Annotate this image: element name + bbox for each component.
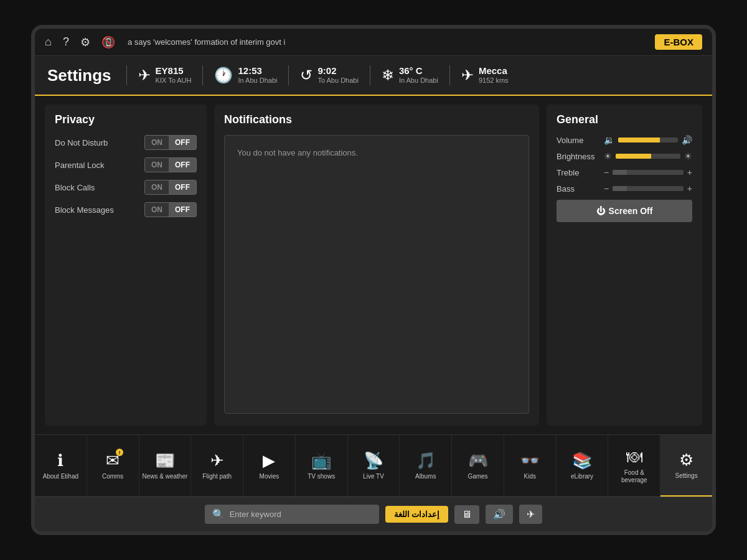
destination-label: 9152 kms — [479, 77, 509, 85]
search-input-wrap[interactable]: 🔍 Enter keyword — [205, 505, 379, 524]
home-icon[interactable]: ⌂ — [45, 35, 52, 49]
display-settings-button[interactable]: 🖥 — [454, 505, 479, 524]
nav-movies[interactable]: ▶ Movies — [243, 435, 296, 497]
temperature-label: In Abu Dhabi — [399, 77, 438, 85]
notifications-panel: Notifications You do not have any notifi… — [214, 105, 539, 426]
volume-up-icon[interactable]: 🔊 — [682, 135, 692, 145]
block-messages-toggle[interactable]: ON OFF — [144, 202, 197, 217]
albums-icon: 🎵 — [416, 451, 436, 470]
do-not-disturb-toggle[interactable]: ON OFF — [144, 135, 197, 150]
phone-icon[interactable]: 📵 — [101, 35, 115, 49]
do-not-disturb-label: Do Not Disturb — [55, 138, 108, 147]
help-icon[interactable]: ? — [63, 35, 69, 49]
block-messages-off[interactable]: OFF — [169, 203, 196, 217]
nav-about-etihad[interactable]: ℹ About Etihad — [35, 435, 87, 497]
destination-icon: ✈ — [461, 67, 474, 84]
parental-lock-toggle[interactable]: ON OFF — [144, 157, 197, 172]
ebox-badge: E-BOX — [655, 34, 702, 50]
plane-icon: ✈ — [138, 67, 151, 84]
treble-slider[interactable] — [613, 170, 684, 175]
general-title: General — [557, 113, 692, 126]
status-bar: Settings ✈ EY815 KIX To AUH 🕐 12:53 In A… — [35, 56, 712, 96]
language-settings-button[interactable]: إعدادات اللغة — [385, 506, 449, 523]
nav-games[interactable]: 🎮 Games — [452, 435, 504, 497]
screen-off-button[interactable]: ⏻ Screen Off — [557, 200, 692, 222]
notifications-inner: Notifications You do not have any notifi… — [224, 113, 529, 417]
treble-plus-icon[interactable]: + — [687, 167, 692, 177]
elibrary-icon: 📚 — [572, 451, 592, 470]
nav-news-weather[interactable]: 📰 News & weather — [139, 435, 192, 497]
privacy-panel: Privacy Do Not Disturb ON OFF Parental L… — [45, 105, 207, 426]
movies-icon: ▶ — [263, 451, 275, 470]
block-messages-on[interactable]: ON — [145, 203, 169, 217]
clock-icon: 🕐 — [214, 67, 233, 84]
bass-label: Bass — [557, 184, 600, 194]
bass-row: Bass − + — [557, 184, 692, 194]
do-not-disturb-off[interactable]: OFF — [169, 136, 196, 149]
parental-lock-off[interactable]: OFF — [169, 158, 196, 172]
block-calls-row: Block Calls ON OFF — [55, 180, 197, 195]
kids-icon: 👓 — [520, 451, 540, 470]
top-nav-icons: ⌂ ? ⚙ 📵 — [45, 35, 115, 49]
flight-time-value: 9:02 — [317, 65, 358, 77]
destination-info: ✈ Mecca 9152 kms — [449, 65, 520, 85]
flight-path-icon: ✈ — [210, 451, 224, 470]
top-nav: ⌂ ? ⚙ 📵 a says 'welcomes' formation of i… — [35, 29, 712, 56]
local-time-value: 12:53 — [238, 65, 277, 77]
nav-elibrary-label: eLibrary — [571, 473, 593, 480]
notifications-title: Notifications — [224, 113, 529, 126]
do-not-disturb-on[interactable]: ON — [145, 136, 169, 149]
block-calls-off[interactable]: OFF — [169, 180, 196, 194]
brightness-up-icon[interactable]: ☀ — [684, 151, 692, 161]
volume-slider[interactable] — [618, 138, 678, 142]
nav-settings[interactable]: ⚙ Settings — [660, 435, 712, 497]
nav-about-etihad-label: About Etihad — [43, 473, 78, 480]
treble-fill — [613, 170, 627, 175]
volume-row: Volume 🔉 🔊 — [557, 135, 692, 145]
nav-comms[interactable]: ✉ ! Comms — [87, 435, 139, 497]
comms-icon: ✉ ! — [106, 451, 120, 470]
parental-lock-on[interactable]: ON — [145, 158, 169, 172]
local-time-label: In Abu Dhabi — [238, 77, 277, 85]
temperature-info: ❄ 36° C In Abu Dhabi — [370, 65, 449, 85]
nav-comms-label: Comms — [102, 473, 123, 480]
brightness-slider[interactable] — [616, 154, 680, 159]
settings-icon[interactable]: ⚙ — [80, 35, 90, 49]
audio-settings-button[interactable]: 🔊 — [486, 505, 513, 524]
treble-row: Treble − + — [557, 167, 692, 177]
treble-label: Treble — [557, 168, 600, 177]
treble-minus-icon[interactable]: − — [604, 167, 609, 177]
flight-mode-button[interactable]: ✈ — [519, 505, 542, 524]
nav-albums-label: Albums — [415, 473, 436, 480]
bass-slider[interactable] — [613, 186, 684, 191]
nav-live-tv[interactable]: 📡 Live TV — [348, 435, 400, 497]
temperature-value: 36° C — [399, 65, 438, 77]
tv-shows-icon: 📺 — [311, 451, 331, 470]
brightness-row: Brightness ☀ ☀ — [557, 151, 692, 161]
block-calls-toggle[interactable]: ON OFF — [144, 180, 197, 195]
nav-tv-shows[interactable]: 📺 TV shows — [296, 435, 348, 497]
nav-news-label: News & weather — [143, 473, 188, 480]
parental-lock-row: Parental Lock ON OFF — [55, 157, 197, 172]
volume-down-icon[interactable]: 🔉 — [604, 135, 614, 145]
news-ticker: a says 'welcomes' formation of interim g… — [128, 37, 655, 47]
temp-icon: ❄ — [382, 67, 394, 84]
do-not-disturb-row: Do Not Disturb ON OFF — [55, 135, 197, 150]
parental-lock-label: Parental Lock — [55, 161, 105, 170]
nav-kids[interactable]: 👓 Kids — [504, 435, 557, 497]
nav-food-beverage[interactable]: 🍽 Food & beverage — [608, 435, 660, 497]
bass-plus-icon[interactable]: + — [687, 184, 692, 194]
privacy-title: Privacy — [55, 113, 197, 126]
brightness-down-icon[interactable]: ☀ — [604, 151, 612, 161]
block-calls-on[interactable]: ON — [145, 180, 169, 194]
nav-albums[interactable]: 🎵 Albums — [400, 435, 452, 497]
bass-minus-icon[interactable]: − — [604, 184, 609, 194]
comms-badge: ! — [116, 449, 123, 456]
nav-flight-path[interactable]: ✈ Flight path — [191, 435, 243, 497]
bass-fill — [613, 186, 627, 191]
nav-elibrary[interactable]: 📚 eLibrary — [557, 435, 609, 497]
flight-info: ✈ EY815 KIX To AUH — [126, 65, 203, 85]
bottom-nav: ℹ About Etihad ✉ ! Comms 📰 News & weathe… — [35, 434, 712, 497]
screen-outer: ⌂ ? ⚙ 📵 a says 'welcomes' formation of i… — [31, 25, 716, 535]
block-messages-label: Block Messages — [55, 205, 114, 215]
